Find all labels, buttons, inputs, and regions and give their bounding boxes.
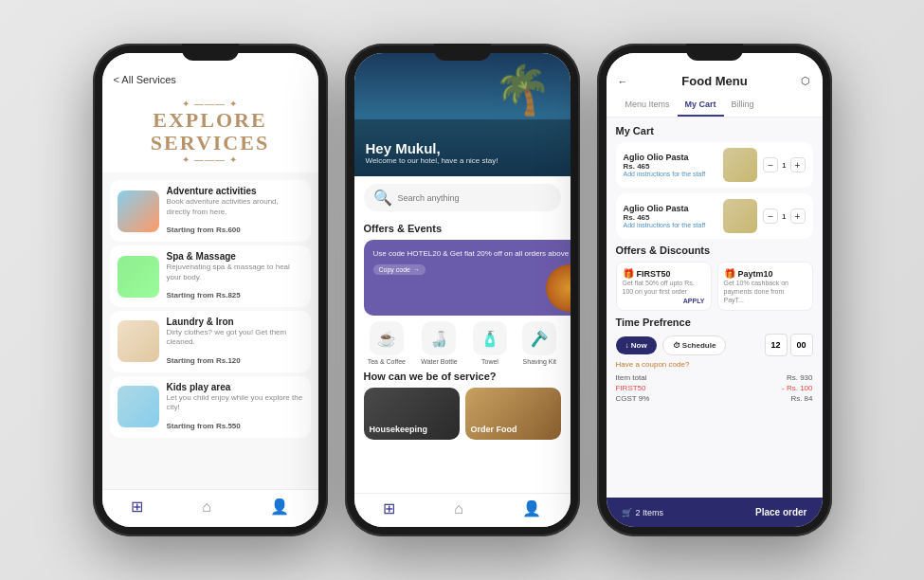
discount-title-2: Paytm10 bbox=[738, 269, 773, 279]
towel-label: Towel bbox=[481, 358, 498, 365]
cart-item-instructions-1[interactable]: Add instructions for the staff bbox=[624, 171, 718, 177]
p1-hero: ✦ ——— ✦ EXPLORE SERVICES ✦ ——— ✦ bbox=[102, 91, 318, 172]
service-img-kids bbox=[118, 386, 159, 427]
item-total-value: Rs. 930 bbox=[787, 373, 813, 382]
p3-content: My Cart Aglio Olio Pasta Rs. 465 Add ins… bbox=[607, 118, 823, 498]
p3-order-summary: Item total Rs. 930 FIRST50 - Rs. 100 CGS… bbox=[616, 372, 813, 404]
p1-hero-title-line2: SERVICES bbox=[118, 132, 303, 154]
qty-ctrl-1: − 1 + bbox=[763, 157, 805, 172]
notch-2 bbox=[434, 44, 491, 61]
nav-grid-icon[interactable]: ⊞ bbox=[131, 498, 143, 516]
back-arrow-icon[interactable]: ← bbox=[618, 76, 628, 87]
discount-desc-2: Get 10% cashback on payments done from P… bbox=[724, 279, 806, 304]
search-input[interactable] bbox=[398, 193, 552, 203]
p3-cart-title: My Cart bbox=[616, 125, 813, 136]
qty-plus-1[interactable]: + bbox=[790, 157, 806, 172]
coupon-link[interactable]: Have a coupon code? bbox=[616, 360, 813, 369]
nav-grid-icon[interactable]: ⊞ bbox=[383, 499, 395, 517]
order-food-card[interactable]: Order Food bbox=[465, 388, 561, 440]
p2-service-title: How can we be of service? bbox=[364, 371, 561, 382]
pizza-image bbox=[546, 264, 570, 312]
discount-desc-1: Get flat 50% off upto Rs. 100 on your fi… bbox=[623, 279, 705, 296]
greeting-subtitle: Welcome to our hotel, have a nice stay! bbox=[366, 156, 498, 165]
quick-item-towel[interactable]: 🧴 Towel bbox=[473, 321, 507, 365]
p1-hero-deco-bottom: ✦ ——— ✦ bbox=[118, 154, 303, 165]
p3-offers-title: Offers & Discounts bbox=[616, 245, 813, 256]
time-inputs: 12 00 bbox=[765, 334, 813, 356]
p2-search-bar[interactable]: 🔍 bbox=[364, 184, 561, 211]
hours-input[interactable]: 12 bbox=[765, 334, 788, 356]
cart-item-instructions-2[interactable]: Add instructions for the staff bbox=[624, 222, 718, 228]
notch-1 bbox=[182, 44, 239, 61]
copy-code-button[interactable]: Copy code → bbox=[373, 264, 426, 275]
qty-val-1: 1 bbox=[782, 161, 786, 170]
nav-profile-icon[interactable]: 👤 bbox=[270, 498, 289, 516]
phones-container: < All Services ✦ ——— ✦ EXPLORE SERVICES … bbox=[0, 0, 924, 580]
tab-my-cart[interactable]: My Cart bbox=[678, 94, 724, 117]
towel-icon: 🧴 bbox=[473, 321, 507, 355]
p2-bottom-nav: ⊞ ⌂ 👤 bbox=[354, 493, 571, 527]
service-price: Starting from Rs.600 bbox=[167, 226, 241, 234]
p2-offers-title: Offers & Events bbox=[354, 219, 571, 240]
cart-info-1: Aglio Olio Pasta Rs. 465 Add instruction… bbox=[624, 153, 718, 177]
place-order-button[interactable]: Place order bbox=[755, 507, 806, 517]
service-name: Kids play area bbox=[167, 382, 303, 392]
list-item[interactable]: Kids play area Let you child enjoy while… bbox=[110, 376, 311, 438]
quick-item-tea[interactable]: ☕ Tea & Coffee bbox=[368, 321, 406, 365]
cart-item-name-2: Aglio Olio Pasta bbox=[624, 204, 718, 213]
qty-minus-1[interactable]: − bbox=[763, 157, 778, 172]
list-item[interactable]: Laundry & Iron Dirty clothes? we got you… bbox=[110, 311, 311, 372]
tab-menu-items[interactable]: Menu Items bbox=[618, 94, 678, 117]
gift-icon-1: 🎁 bbox=[623, 268, 634, 279]
p1-bottom-nav: ⊞ ⌂ 👤 bbox=[102, 489, 318, 527]
cart-item-price-2: Rs. 465 bbox=[624, 213, 718, 222]
now-button[interactable]: ↓ Now bbox=[616, 336, 657, 354]
summary-row-gst: CGST 9% Rs. 84 bbox=[616, 393, 813, 404]
screen-1: < All Services ✦ ——— ✦ EXPLORE SERVICES … bbox=[102, 53, 318, 527]
cart-item-price-1: Rs. 465 bbox=[624, 162, 718, 171]
cart-item-2: Aglio Olio Pasta Rs. 465 Add instruction… bbox=[616, 193, 813, 239]
offer-card-1[interactable]: Use code HOTEL20 & Get flat 20% off on a… bbox=[364, 240, 571, 316]
qty-plus-2[interactable]: + bbox=[790, 208, 806, 224]
qty-minus-2[interactable]: − bbox=[763, 208, 778, 224]
p3-time-title: Time Prefrence bbox=[616, 317, 813, 328]
service-img-spa bbox=[118, 256, 159, 298]
service-name: Spa & Massage bbox=[167, 251, 303, 262]
quick-item-water[interactable]: 🍶 Water Bottle bbox=[421, 321, 457, 365]
service-price: Starting from Rs.825 bbox=[167, 291, 241, 299]
schedule-button[interactable]: ⏱ Schedule bbox=[662, 335, 727, 355]
greeting-title: Hey Mukul, bbox=[366, 140, 498, 156]
quick-item-shaving[interactable]: 🪒 Shaving Kit bbox=[522, 321, 556, 365]
service-desc: Book adventure activities around, direct… bbox=[167, 197, 303, 217]
apply-button[interactable]: APPLY bbox=[623, 298, 705, 304]
water-label: Water Bottle bbox=[421, 358, 457, 365]
discount-card-first50[interactable]: 🎁 FIRST50 Get flat 50% off upto Rs. 100 … bbox=[616, 262, 712, 311]
items-count-label: 2 Items bbox=[636, 508, 664, 517]
list-item[interactable]: Adventure activities Book adventure acti… bbox=[110, 180, 311, 242]
back-button[interactable]: < All Services bbox=[114, 74, 176, 85]
nav-home-icon[interactable]: ⌂ bbox=[202, 498, 211, 516]
tab-billing[interactable]: Billing bbox=[724, 94, 762, 117]
list-item[interactable]: Spa & Massage Rejuvenating spa & massage… bbox=[110, 245, 311, 307]
mins-input[interactable]: 00 bbox=[790, 334, 813, 356]
item-total-label: Item total bbox=[616, 373, 647, 382]
summary-row-discount: FIRST50 - Rs. 100 bbox=[616, 383, 813, 393]
housekeeping-card[interactable]: Housekeeping bbox=[364, 388, 460, 440]
nav-profile-icon[interactable]: 👤 bbox=[522, 499, 541, 517]
service-desc: Let you child enjoy while you explore th… bbox=[167, 393, 303, 413]
service-info-kids: Kids play area Let you child enjoy while… bbox=[167, 382, 303, 432]
cart-item-name-1: Aglio Olio Pasta bbox=[624, 153, 718, 162]
service-name: Laundry & Iron bbox=[167, 317, 303, 327]
discount-title-1: FIRST50 bbox=[637, 269, 671, 279]
gst-value: Rs. 84 bbox=[790, 394, 812, 403]
discount-card-paytm[interactable]: 🎁 Paytm10 Get 10% cashback on payments d… bbox=[717, 262, 813, 311]
screen-3: ← Food Menu ⬡ Menu Items My Cart Billing… bbox=[607, 53, 823, 527]
service-name: Adventure activities bbox=[167, 186, 303, 196]
share-icon[interactable]: ⬡ bbox=[801, 75, 810, 87]
search-icon: 🔍 bbox=[373, 189, 392, 207]
p3-bottom-bar[interactable]: 🛒 2 Items Place order bbox=[607, 498, 823, 527]
nav-home-icon[interactable]: ⌂ bbox=[454, 500, 463, 517]
service-desc: Dirty clothes? we got you! Get them clea… bbox=[167, 328, 303, 348]
p2-offers-scroll: Use code HOTEL20 & Get flat 20% off on a… bbox=[354, 240, 571, 316]
gst-label: CGST 9% bbox=[616, 394, 650, 403]
